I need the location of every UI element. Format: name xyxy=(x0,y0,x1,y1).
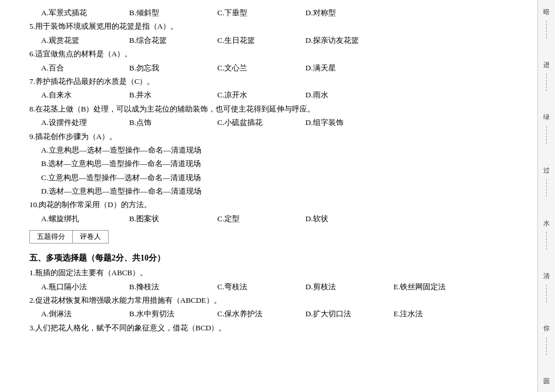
q7-option-c: C.凉开水 xyxy=(217,88,294,102)
q8-option-a: A.设摆件处理 xyxy=(41,116,117,129)
right-sidebar: 暗 进 绿 过 水 清 你 圆 xyxy=(537,0,555,392)
q7-option-d: D.雨水 xyxy=(305,88,382,102)
q6-option-d: D.满天星 xyxy=(305,61,382,75)
q4-option-b: B.倾斜型 xyxy=(129,6,206,19)
s5-q1-option-b: B.搀枝法 xyxy=(129,280,206,293)
q10-text: 10.肉花的制作常采用（D）的方法。 xyxy=(29,198,520,211)
q6-option-c: C.文心兰 xyxy=(217,61,294,75)
q5-option-b: B.综合花篮 xyxy=(129,33,206,47)
q5-option-c: C.生日花篮 xyxy=(217,33,294,47)
q9-d: D.选材—立意构思—造型操作—命名—清道现场 xyxy=(41,184,520,198)
page-container: A.军景式插花 B.倾斜型 C.下垂型 D.对称型 5.用于装饰环境或展览用的花… xyxy=(0,0,555,392)
q7-options: A.自来水 B.井水 C.凉开水 D.雨水 xyxy=(41,88,520,102)
s5-q1-option-a: A.瓶口隔小法 xyxy=(41,280,117,293)
dashed-divider-4 xyxy=(546,179,547,197)
q9-b: B.选材—立意构思—造型操作—命名—清道现场 xyxy=(41,157,520,170)
q7-option-a: A.自来水 xyxy=(41,88,117,102)
dashed-divider-6 xyxy=(546,285,547,302)
s5-q1-text: 1.瓶插的固定法主要有（ABCB）。 xyxy=(29,266,520,279)
q5-option-a: A.观赏花篮 xyxy=(41,33,117,47)
q4-options: A.军景式插花 B.倾斜型 C.下垂型 D.对称型 xyxy=(41,6,520,19)
s5-q2-option-c: C.保水养护法 xyxy=(217,307,294,320)
s5-q1-option-e: E.铁丝网固定法 xyxy=(393,280,470,293)
q8-option-b: B.点饰 xyxy=(129,116,206,129)
q10-options: A.螺旋绑扎 B.图案状 C.定型 D.软状 xyxy=(41,212,520,225)
q10-option-c: C.定型 xyxy=(217,212,294,225)
s5-q2-option-e: E.注水法 xyxy=(393,307,470,320)
q8-text: 8.在花茎上做（B）处理，可以成为主花位的辅助装饰，也可使主花得到延伸与呼应。 xyxy=(29,102,520,116)
comment-label[interactable]: 评卷人 xyxy=(73,231,108,243)
s5-q2-option-a: A.倒淋法 xyxy=(41,307,117,320)
q8-option-c: C.小硫盆插花 xyxy=(217,116,294,129)
q4-option-a: A.军景式插花 xyxy=(41,6,117,19)
q9-text: 9.插花创作步骤为（A）。 xyxy=(29,130,520,143)
s5-q1-options: A.瓶口隔小法 B.搀枝法 C.弯枝法 D.剪枝法 E.铁丝网固定法 xyxy=(41,280,520,293)
s5-q1-option-c: C.弯枝法 xyxy=(217,280,294,293)
s5-q2-text: 2.促进花材恢复和增强吸水能力常用措施有（ABCDE）。 xyxy=(29,293,520,307)
q10-option-a: A.螺旋绑扎 xyxy=(41,212,117,225)
dashed-divider-3 xyxy=(546,126,547,144)
q5-option-d: D.探亲访友花篮 xyxy=(305,33,382,47)
q8-option-d: D.组字装饰 xyxy=(305,116,382,129)
dashed-divider-1 xyxy=(546,21,547,38)
q5-options: A.观赏花篮 B.综合花篮 C.生日花篮 D.探亲访友花篮 xyxy=(41,33,520,47)
q10-option-b: B.图案状 xyxy=(129,212,206,225)
q6-options: A.百合 B.勿忘我 C.文心兰 D.满天星 xyxy=(41,61,520,75)
s5-q2-options: A.倒淋法 B.水中剪切法 C.保水养护法 D.扩大切口法 E.注水法 xyxy=(41,307,520,320)
q10-option-d: D.软状 xyxy=(305,212,382,225)
q7-option-b: B.井水 xyxy=(129,88,206,102)
main-content: A.军景式插花 B.倾斜型 C.下垂型 D.对称型 5.用于装饰环境或展览用的花… xyxy=(0,0,537,392)
dashed-divider-7 xyxy=(546,337,547,355)
q4-option-d: D.对称型 xyxy=(305,6,382,19)
s5-q1-option-d: D.剪枝法 xyxy=(305,280,382,293)
s5-q2-option-b: B.水中剪切法 xyxy=(129,307,206,320)
q8-options: A.设摆件处理 B.点饰 C.小硫盆插花 D.组字装饰 xyxy=(41,116,520,129)
q7-text: 7.养护插花作品最好的水质是（C）。 xyxy=(29,75,520,88)
dashed-divider-2 xyxy=(546,73,547,91)
section5-title: 五、多项选择题（每题2分、共10分） xyxy=(29,253,520,263)
s5-q2-option-d: D.扩大切口法 xyxy=(305,307,382,320)
q4-option-c: C.下垂型 xyxy=(217,6,294,19)
q5-text: 5.用于装饰环境或展览用的花篮是指（A）。 xyxy=(29,19,520,33)
s5-q3-text: 3.人们把花人格化，赋予不同的象征意义，借花（BCD）。 xyxy=(29,321,520,334)
q9-c: C.立意构思—造型操作—选材—命名—清道现场 xyxy=(41,171,520,184)
dashed-divider-5 xyxy=(546,232,547,249)
q6-option-a: A.百合 xyxy=(41,61,117,75)
score-bar[interactable]: 五题得分 评卷人 xyxy=(29,230,109,244)
content-area: A.军景式插花 B.倾斜型 C.下垂型 D.对称型 5.用于装饰环境或展览用的花… xyxy=(29,6,520,386)
q6-option-b: B.勿忘我 xyxy=(129,61,206,75)
q9-a: A.立意构思—选材—造型操作—命名—清道现场 xyxy=(41,143,520,157)
score-label[interactable]: 五题得分 xyxy=(30,231,73,243)
q6-text: 6.适宜做焦点的材料是（A）。 xyxy=(29,47,520,60)
